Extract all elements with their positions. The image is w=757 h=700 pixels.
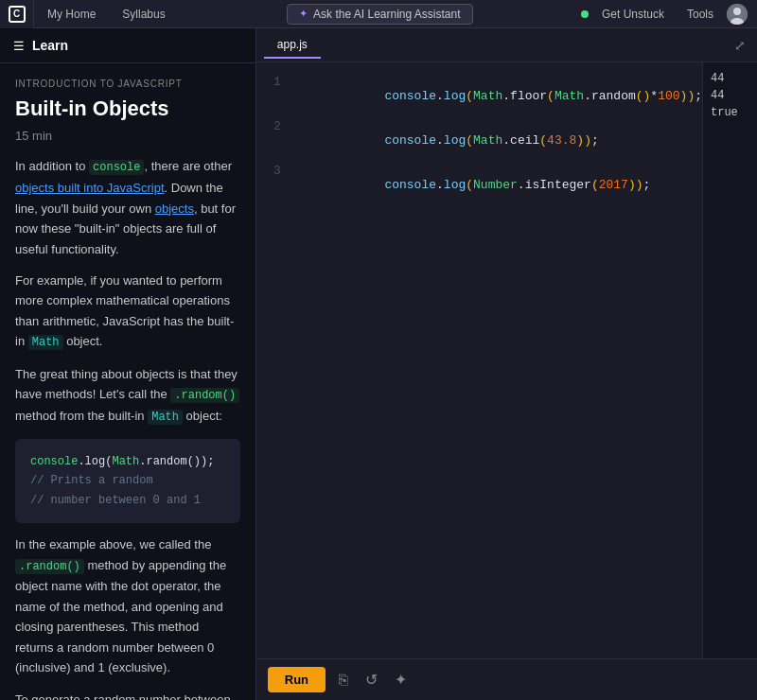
get-unstuck-button[interactable]: Get Unstuck (592, 0, 674, 28)
expand-editor-button[interactable]: ⤢ (731, 34, 749, 57)
line-code-1: console.log(Math.floor(Math.random()*100… (296, 75, 702, 117)
code-line-2: 2 console.log(Math.ceil(43.8)); (256, 118, 702, 163)
ai-assistant-button[interactable]: ✦ Ask the AI Learning Assistant (287, 4, 472, 25)
ai-star-icon: ✦ (299, 8, 308, 20)
section-label: INTRODUCTION TO JAVASCRIPT (15, 79, 240, 89)
learn-panel: ☰ Learn INTRODUCTION TO JAVASCRIPT Built… (0, 28, 256, 700)
lesson-paragraph-1: In addition to console, there are other … (15, 156, 240, 259)
lesson-paragraph-5: To generate a random number between 0 an… (15, 690, 240, 700)
editor-panel: app.js ⤢ 1 console.log(Math.floor(Math.r… (256, 28, 757, 700)
line-number-2: 2 (256, 119, 296, 133)
ai-hint-button[interactable]: ✦ (391, 667, 411, 692)
logo[interactable]: C (0, 0, 34, 28)
inline-code-math-2: Math (148, 410, 183, 425)
run-button[interactable]: Run (268, 667, 326, 692)
lesson-paragraph-2: For example, if you wanted to perform mo… (15, 271, 240, 353)
reset-button[interactable]: ↺ (361, 667, 381, 692)
output-line-1: 44 (711, 72, 749, 85)
inline-code-random-2: .random() (15, 559, 84, 574)
logo-letter: C (13, 9, 20, 19)
line-number-1: 1 (256, 75, 296, 89)
code-area[interactable]: 1 console.log(Math.floor(Math.random()*1… (256, 62, 702, 658)
nav-right: Get Unstuck Tools (581, 0, 757, 28)
tools-button[interactable]: Tools (678, 0, 723, 28)
user-avatar[interactable] (727, 4, 748, 25)
status-indicator (581, 10, 589, 18)
lesson-paragraph-3: The great thing about objects is that th… (15, 364, 240, 428)
editor-main: 1 console.log(Math.floor(Math.random()*1… (256, 62, 757, 658)
avatar-image (727, 4, 748, 25)
code-line-1: 1 console.log(Math.floor(Math.random()*1… (256, 74, 702, 118)
learn-content: INTRODUCTION TO JAVASCRIPT Built-in Obje… (0, 63, 255, 700)
line-number-3: 3 (256, 164, 296, 178)
nav-center: ✦ Ask the AI Learning Assistant (179, 4, 581, 25)
line-code-3: console.log(Number.isInteger(2017)); (296, 164, 651, 206)
nav-syllabus[interactable]: Syllabus (109, 0, 178, 28)
output-line-3: true (711, 106, 749, 119)
link-objects-js[interactable]: objects built into JavaScript (15, 181, 165, 195)
learn-icon: ☰ (13, 39, 25, 53)
tab-app-js[interactable]: app.js (264, 32, 321, 59)
code-line-3: 3 console.log(Number.isInteger(2017)); (256, 163, 702, 207)
editor-bottom-bar: Run ⎘ ↺ ✦ (256, 658, 757, 700)
svg-point-1 (733, 8, 741, 15)
editor-tab-bar: app.js ⤢ (256, 28, 757, 62)
nav-my-home[interactable]: My Home (34, 0, 109, 28)
learn-header: ☰ Learn (0, 28, 255, 63)
main-layout: ☰ Learn INTRODUCTION TO JAVASCRIPT Built… (0, 28, 757, 700)
lesson-title: Built-in Objects (15, 96, 240, 121)
inline-code-console: console (89, 160, 144, 175)
learn-panel-title: Learn (32, 38, 68, 53)
lesson-duration: 15 min (15, 129, 240, 143)
inline-code-random: .random() (170, 388, 239, 403)
line-code-2: console.log(Math.ceil(43.8)); (296, 119, 599, 162)
link-objects[interactable]: objects (155, 201, 194, 216)
logo-box: C (9, 6, 26, 23)
lesson-paragraph-4: In the example above, we called the .ran… (15, 534, 240, 677)
code-block-1: console.log(Math.random()); // Prints a … (15, 439, 240, 523)
output-panel: 44 44 true (702, 62, 757, 658)
output-line-2: 44 (711, 89, 749, 102)
copy-button[interactable]: ⎘ (335, 668, 352, 692)
ai-button-label: Ask the AI Learning Assistant (313, 8, 460, 21)
top-nav: C My Home Syllabus ✦ Ask the AI Learning… (0, 0, 757, 28)
inline-code-math: Math (28, 335, 63, 350)
